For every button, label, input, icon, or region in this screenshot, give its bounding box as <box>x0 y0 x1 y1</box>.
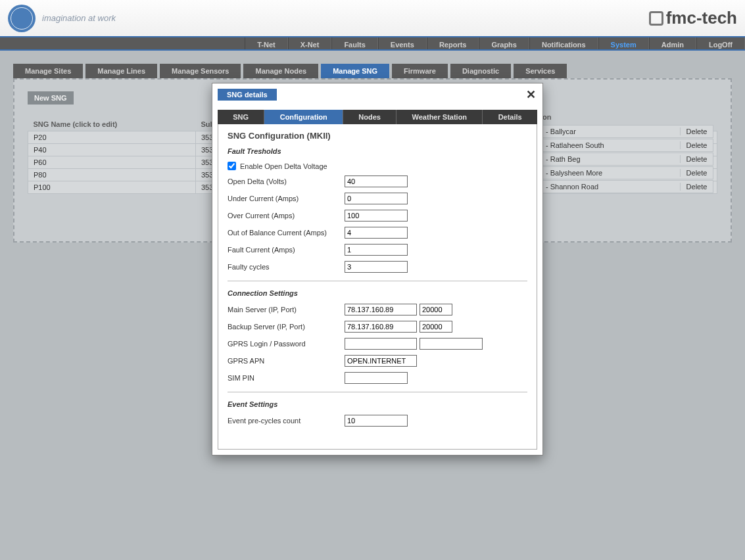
nav-admin[interactable]: Admin <box>649 37 696 49</box>
delete-link[interactable]: Delete <box>680 169 713 177</box>
fault-field-row: Fault Current (Amps) <box>228 244 527 256</box>
nav-graphs[interactable]: Graphs <box>479 37 529 49</box>
fmc-logo: fmc-tech <box>649 8 737 28</box>
right-rows-group: - BallycarDelete- Ratlaheen SouthDelete-… <box>542 125 713 194</box>
apn-row: GPRS APN <box>228 355 527 367</box>
modal-tab-weather-station[interactable]: Weather Station <box>397 110 483 124</box>
modal-tab-configuration[interactable]: Configuration <box>264 110 343 124</box>
backup-server-ip-input[interactable] <box>345 321 417 333</box>
ge-logo <box>8 5 36 32</box>
nav-faults[interactable]: Faults <box>331 37 377 49</box>
modal-title: SNG details <box>218 89 277 101</box>
event-section-title: Event Settings <box>228 400 527 408</box>
fault-field-input[interactable] <box>345 261 408 273</box>
new-sng-button[interactable]: New SNG <box>28 91 74 105</box>
backup-server-row: Backup Server (IP, Port) <box>228 321 527 333</box>
sim-input[interactable] <box>345 372 408 384</box>
sng-name-cell[interactable]: P60 <box>28 156 196 169</box>
table-row: - BallycarDelete <box>542 125 713 138</box>
subnav-manage-sng[interactable]: Manage SNG <box>321 64 389 78</box>
location-cell: - Ballycar <box>543 128 680 135</box>
enable-open-delta-label: Enable Open Delta Voltage <box>240 162 327 170</box>
apn-label: GPRS APN <box>228 357 345 365</box>
fault-field-row: Under Current (Amps) <box>228 193 527 204</box>
enable-open-delta-checkbox[interactable] <box>228 162 236 170</box>
backup-server-label: Backup Server (IP, Port) <box>228 323 345 331</box>
subnav-firmware[interactable]: Firmware <box>392 64 448 78</box>
delete-link[interactable]: Delete <box>680 128 713 135</box>
pre-cycles-input[interactable] <box>345 415 408 427</box>
location-cell: - Shannon Road <box>543 183 680 191</box>
delete-link[interactable]: Delete <box>680 155 713 163</box>
tagline: imagination at work <box>42 13 116 23</box>
delete-link[interactable]: Delete <box>680 141 713 149</box>
close-icon[interactable]: ✕ <box>526 87 536 102</box>
divider <box>228 281 527 281</box>
fault-field-input[interactable] <box>345 227 408 239</box>
fault-field-label: Under Current (Amps) <box>228 195 345 202</box>
header: imagination at work fmc-tech <box>0 0 745 36</box>
fault-field-input[interactable] <box>345 244 408 256</box>
main-server-ip-input[interactable] <box>345 304 417 315</box>
fault-field-label: Out of Balance Current (Amps) <box>228 229 345 237</box>
sng-name-cell[interactable]: P100 <box>28 181 196 194</box>
nav-reports[interactable]: Reports <box>427 37 479 49</box>
main-server-port-input[interactable] <box>420 304 452 315</box>
nav-t-net[interactable]: T-Net <box>245 37 288 49</box>
fault-field-input[interactable] <box>345 210 408 222</box>
location-cell: - Balysheen More <box>543 169 680 177</box>
nav-system[interactable]: System <box>598 37 649 49</box>
gprs-password-input[interactable] <box>420 338 483 350</box>
sng-name-cell[interactable]: P20 <box>28 131 196 144</box>
apn-input[interactable] <box>345 355 417 367</box>
table-row: - Ratlaheen SouthDelete <box>542 139 713 152</box>
fault-field-label: Faulty cycles <box>228 263 345 271</box>
modal-tab-details[interactable]: Details <box>483 110 537 124</box>
gprs-login-input[interactable] <box>345 338 417 350</box>
nav-x-net[interactable]: X-Net <box>288 37 332 49</box>
location-cell: - Ratlaheen South <box>543 141 680 149</box>
conn-section-title: Connection Settings <box>228 289 527 297</box>
backup-server-port-input[interactable] <box>420 321 452 333</box>
main-server-row: Main Server (IP, Port) <box>228 304 527 315</box>
sng-name-cell[interactable]: P80 <box>28 169 196 181</box>
subnav-diagnostic[interactable]: Diagnostic <box>450 64 511 78</box>
gprs-login-row: GPRS Login / Password <box>228 338 527 350</box>
subnav-manage-sensors[interactable]: Manage Sensors <box>160 64 241 78</box>
nav-events[interactable]: Events <box>378 37 427 49</box>
table-row: - Balysheen MoreDelete <box>542 166 713 179</box>
gprs-login-label: GPRS Login / Password <box>228 340 345 348</box>
subnav-manage-lines[interactable]: Manage Lines <box>85 64 157 78</box>
fmc-box-icon <box>649 11 663 26</box>
subnav-manage-nodes[interactable]: Manage Nodes <box>243 64 318 78</box>
subnav-manage-sites[interactable]: Manage Sites <box>13 64 83 78</box>
pre-cycles-label: Event pre-cycles count <box>228 417 345 425</box>
sub-nav: Manage SitesManage LinesManage SensorsMa… <box>13 64 732 78</box>
fault-field-row: Over Current (Amps) <box>228 210 527 222</box>
nav-logoff[interactable]: LogOff <box>696 37 745 49</box>
col-location: on <box>542 113 551 121</box>
modal-tab-sng[interactable]: SNG <box>218 110 264 124</box>
fault-field-row: Out of Balance Current (Amps) <box>228 227 527 239</box>
modal-body: SNG Configuration (MKII) Fault Tresholds… <box>218 124 537 450</box>
fault-field-input[interactable] <box>345 193 408 204</box>
location-cell: - Rath Beg <box>543 155 680 163</box>
sim-label: SIM PIN <box>228 374 345 382</box>
main-nav: T-NetX-NetFaultsEventsReportsGraphsNotif… <box>0 36 745 51</box>
fault-field-input[interactable] <box>345 175 408 187</box>
fault-field-label: Open Delta (Volts) <box>228 177 345 185</box>
fault-field-label: Over Current (Amps) <box>228 212 345 220</box>
nav-notifications[interactable]: Notifications <box>529 37 598 49</box>
fault-section-title: Fault Tresholds <box>228 147 527 155</box>
subnav-services[interactable]: Services <box>514 64 567 78</box>
fault-field-row: Open Delta (Volts) <box>228 175 527 187</box>
sng-details-modal: SNG details ✕ SNGConfigurationNodesWeath… <box>212 83 543 455</box>
sng-name-cell[interactable]: P40 <box>28 144 196 156</box>
fault-field-label: Fault Current (Amps) <box>228 246 345 254</box>
divider <box>228 392 527 392</box>
delete-link[interactable]: Delete <box>680 183 713 191</box>
modal-tab-nodes[interactable]: Nodes <box>343 110 397 124</box>
modal-heading: SNG Configuration (MKII) <box>228 131 527 141</box>
pre-cycles-row: Event pre-cycles count <box>228 415 527 427</box>
enable-open-delta-row: Enable Open Delta Voltage <box>228 162 527 170</box>
